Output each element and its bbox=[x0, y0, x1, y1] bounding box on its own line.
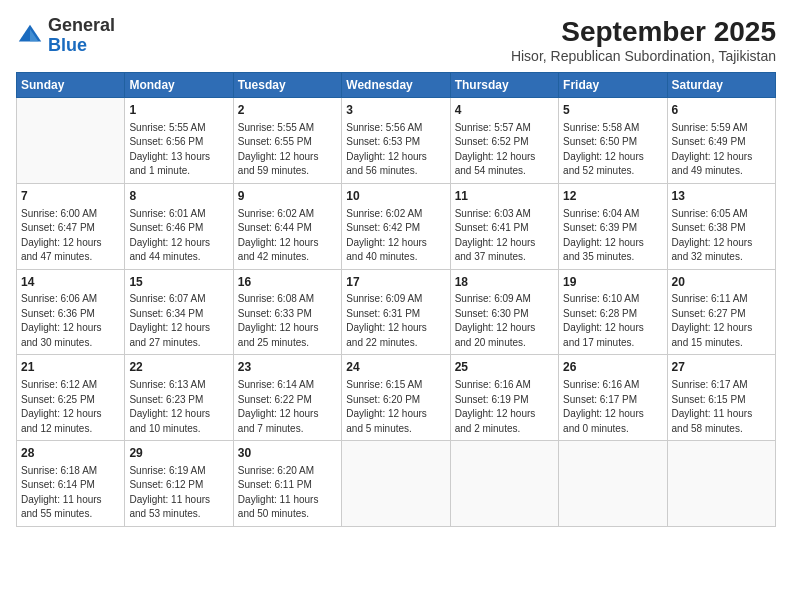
calendar-cell: 2Sunrise: 5:55 AM Sunset: 6:55 PM Daylig… bbox=[233, 98, 341, 184]
day-info: Sunrise: 5:55 AM Sunset: 6:56 PM Dayligh… bbox=[129, 121, 228, 179]
day-number: 3 bbox=[346, 102, 445, 119]
day-info: Sunrise: 6:02 AM Sunset: 6:42 PM Dayligh… bbox=[346, 207, 445, 265]
day-number: 19 bbox=[563, 274, 662, 291]
day-info: Sunrise: 5:57 AM Sunset: 6:52 PM Dayligh… bbox=[455, 121, 554, 179]
day-number: 26 bbox=[563, 359, 662, 376]
day-of-week-monday: Monday bbox=[125, 73, 233, 98]
day-number: 30 bbox=[238, 445, 337, 462]
calendar-cell bbox=[559, 441, 667, 527]
logo-blue: Blue bbox=[48, 35, 87, 55]
day-number: 18 bbox=[455, 274, 554, 291]
calendar-cell: 17Sunrise: 6:09 AM Sunset: 6:31 PM Dayli… bbox=[342, 269, 450, 355]
day-info: Sunrise: 6:17 AM Sunset: 6:15 PM Dayligh… bbox=[672, 378, 771, 436]
calendar-week-3: 14Sunrise: 6:06 AM Sunset: 6:36 PM Dayli… bbox=[17, 269, 776, 355]
calendar-cell: 6Sunrise: 5:59 AM Sunset: 6:49 PM Daylig… bbox=[667, 98, 775, 184]
day-info: Sunrise: 5:59 AM Sunset: 6:49 PM Dayligh… bbox=[672, 121, 771, 179]
day-number: 22 bbox=[129, 359, 228, 376]
day-number: 14 bbox=[21, 274, 120, 291]
day-number: 12 bbox=[563, 188, 662, 205]
day-info: Sunrise: 6:02 AM Sunset: 6:44 PM Dayligh… bbox=[238, 207, 337, 265]
calendar-cell: 5Sunrise: 5:58 AM Sunset: 6:50 PM Daylig… bbox=[559, 98, 667, 184]
calendar-cell: 7Sunrise: 6:00 AM Sunset: 6:47 PM Daylig… bbox=[17, 183, 125, 269]
calendar-cell: 29Sunrise: 6:19 AM Sunset: 6:12 PM Dayli… bbox=[125, 441, 233, 527]
calendar-cell: 9Sunrise: 6:02 AM Sunset: 6:44 PM Daylig… bbox=[233, 183, 341, 269]
calendar-cell: 1Sunrise: 5:55 AM Sunset: 6:56 PM Daylig… bbox=[125, 98, 233, 184]
calendar-cell: 15Sunrise: 6:07 AM Sunset: 6:34 PM Dayli… bbox=[125, 269, 233, 355]
day-number: 2 bbox=[238, 102, 337, 119]
day-number: 25 bbox=[455, 359, 554, 376]
day-of-week-tuesday: Tuesday bbox=[233, 73, 341, 98]
calendar-cell: 22Sunrise: 6:13 AM Sunset: 6:23 PM Dayli… bbox=[125, 355, 233, 441]
day-number: 13 bbox=[672, 188, 771, 205]
calendar-week-5: 28Sunrise: 6:18 AM Sunset: 6:14 PM Dayli… bbox=[17, 441, 776, 527]
day-number: 7 bbox=[21, 188, 120, 205]
logo-icon bbox=[16, 22, 44, 50]
day-info: Sunrise: 6:00 AM Sunset: 6:47 PM Dayligh… bbox=[21, 207, 120, 265]
day-number: 11 bbox=[455, 188, 554, 205]
calendar-cell: 30Sunrise: 6:20 AM Sunset: 6:11 PM Dayli… bbox=[233, 441, 341, 527]
day-number: 16 bbox=[238, 274, 337, 291]
day-number: 8 bbox=[129, 188, 228, 205]
day-number: 4 bbox=[455, 102, 554, 119]
day-info: Sunrise: 6:16 AM Sunset: 6:17 PM Dayligh… bbox=[563, 378, 662, 436]
calendar-cell: 10Sunrise: 6:02 AM Sunset: 6:42 PM Dayli… bbox=[342, 183, 450, 269]
calendar-cell: 27Sunrise: 6:17 AM Sunset: 6:15 PM Dayli… bbox=[667, 355, 775, 441]
day-of-week-thursday: Thursday bbox=[450, 73, 558, 98]
day-number: 20 bbox=[672, 274, 771, 291]
day-info: Sunrise: 6:11 AM Sunset: 6:27 PM Dayligh… bbox=[672, 292, 771, 350]
day-number: 17 bbox=[346, 274, 445, 291]
calendar-cell: 4Sunrise: 5:57 AM Sunset: 6:52 PM Daylig… bbox=[450, 98, 558, 184]
calendar-cell: 26Sunrise: 6:16 AM Sunset: 6:17 PM Dayli… bbox=[559, 355, 667, 441]
calendar-week-2: 7Sunrise: 6:00 AM Sunset: 6:47 PM Daylig… bbox=[17, 183, 776, 269]
day-number: 10 bbox=[346, 188, 445, 205]
logo: General Blue bbox=[16, 16, 115, 56]
calendar-cell: 16Sunrise: 6:08 AM Sunset: 6:33 PM Dayli… bbox=[233, 269, 341, 355]
day-info: Sunrise: 6:15 AM Sunset: 6:20 PM Dayligh… bbox=[346, 378, 445, 436]
calendar-cell: 21Sunrise: 6:12 AM Sunset: 6:25 PM Dayli… bbox=[17, 355, 125, 441]
day-of-week-wednesday: Wednesday bbox=[342, 73, 450, 98]
day-info: Sunrise: 6:19 AM Sunset: 6:12 PM Dayligh… bbox=[129, 464, 228, 522]
day-of-week-saturday: Saturday bbox=[667, 73, 775, 98]
day-info: Sunrise: 6:20 AM Sunset: 6:11 PM Dayligh… bbox=[238, 464, 337, 522]
calendar-cell: 28Sunrise: 6:18 AM Sunset: 6:14 PM Dayli… bbox=[17, 441, 125, 527]
day-number: 28 bbox=[21, 445, 120, 462]
day-of-week-sunday: Sunday bbox=[17, 73, 125, 98]
header: General Blue September 2025 Hisor, Repub… bbox=[16, 16, 776, 64]
day-info: Sunrise: 6:01 AM Sunset: 6:46 PM Dayligh… bbox=[129, 207, 228, 265]
day-info: Sunrise: 6:10 AM Sunset: 6:28 PM Dayligh… bbox=[563, 292, 662, 350]
day-info: Sunrise: 6:08 AM Sunset: 6:33 PM Dayligh… bbox=[238, 292, 337, 350]
calendar-cell: 20Sunrise: 6:11 AM Sunset: 6:27 PM Dayli… bbox=[667, 269, 775, 355]
logo-general: General bbox=[48, 15, 115, 35]
day-info: Sunrise: 6:07 AM Sunset: 6:34 PM Dayligh… bbox=[129, 292, 228, 350]
day-number: 21 bbox=[21, 359, 120, 376]
day-info: Sunrise: 6:09 AM Sunset: 6:31 PM Dayligh… bbox=[346, 292, 445, 350]
day-header-row: SundayMondayTuesdayWednesdayThursdayFrid… bbox=[17, 73, 776, 98]
day-info: Sunrise: 5:56 AM Sunset: 6:53 PM Dayligh… bbox=[346, 121, 445, 179]
calendar-table: SundayMondayTuesdayWednesdayThursdayFrid… bbox=[16, 72, 776, 527]
day-info: Sunrise: 6:16 AM Sunset: 6:19 PM Dayligh… bbox=[455, 378, 554, 436]
day-number: 23 bbox=[238, 359, 337, 376]
calendar-cell bbox=[17, 98, 125, 184]
day-number: 5 bbox=[563, 102, 662, 119]
calendar-cell: 24Sunrise: 6:15 AM Sunset: 6:20 PM Dayli… bbox=[342, 355, 450, 441]
day-info: Sunrise: 5:55 AM Sunset: 6:55 PM Dayligh… bbox=[238, 121, 337, 179]
calendar-cell: 23Sunrise: 6:14 AM Sunset: 6:22 PM Dayli… bbox=[233, 355, 341, 441]
day-info: Sunrise: 6:09 AM Sunset: 6:30 PM Dayligh… bbox=[455, 292, 554, 350]
day-info: Sunrise: 6:18 AM Sunset: 6:14 PM Dayligh… bbox=[21, 464, 120, 522]
calendar-cell bbox=[342, 441, 450, 527]
calendar-week-4: 21Sunrise: 6:12 AM Sunset: 6:25 PM Dayli… bbox=[17, 355, 776, 441]
calendar-body: 1Sunrise: 5:55 AM Sunset: 6:56 PM Daylig… bbox=[17, 98, 776, 527]
day-number: 6 bbox=[672, 102, 771, 119]
calendar-cell: 8Sunrise: 6:01 AM Sunset: 6:46 PM Daylig… bbox=[125, 183, 233, 269]
day-info: Sunrise: 6:04 AM Sunset: 6:39 PM Dayligh… bbox=[563, 207, 662, 265]
calendar-cell bbox=[667, 441, 775, 527]
calendar-cell: 13Sunrise: 6:05 AM Sunset: 6:38 PM Dayli… bbox=[667, 183, 775, 269]
calendar-cell: 25Sunrise: 6:16 AM Sunset: 6:19 PM Dayli… bbox=[450, 355, 558, 441]
day-info: Sunrise: 6:05 AM Sunset: 6:38 PM Dayligh… bbox=[672, 207, 771, 265]
day-number: 1 bbox=[129, 102, 228, 119]
calendar-cell: 14Sunrise: 6:06 AM Sunset: 6:36 PM Dayli… bbox=[17, 269, 125, 355]
page-subtitle: Hisor, Republican Subordination, Tajikis… bbox=[511, 48, 776, 64]
calendar-cell bbox=[450, 441, 558, 527]
day-of-week-friday: Friday bbox=[559, 73, 667, 98]
day-info: Sunrise: 5:58 AM Sunset: 6:50 PM Dayligh… bbox=[563, 121, 662, 179]
